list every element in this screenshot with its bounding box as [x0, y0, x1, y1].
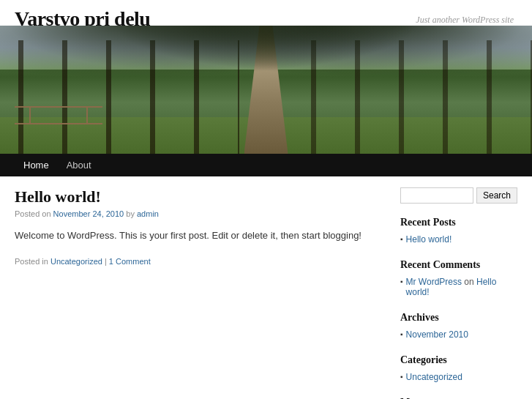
- archives-list: November 2010: [400, 328, 517, 341]
- search-input[interactable]: [400, 187, 473, 204]
- post-title: Hello world!: [15, 187, 378, 206]
- nav-item-about[interactable]: About: [58, 154, 100, 176]
- post-meta-by: by: [126, 209, 137, 218]
- recent-comments-list: Mr WordPress on Hello world!: [400, 275, 517, 299]
- post-category-link[interactable]: Uncategorized: [50, 257, 102, 266]
- nav-link-home[interactable]: Home: [15, 154, 58, 176]
- main-content: Hello world! Posted on November 24, 2010…: [0, 176, 532, 399]
- navigation: Home About: [0, 154, 532, 176]
- list-item: Uncategorized: [400, 370, 517, 384]
- list-item: Mr WordPress on Hello world!: [400, 275, 517, 299]
- search-widget: Search: [400, 187, 517, 204]
- archives-widget: Archives November 2010: [400, 312, 517, 341]
- search-button[interactable]: Search: [476, 187, 517, 204]
- header-image: [0, 26, 532, 154]
- list-item: November 2010: [400, 328, 517, 341]
- post-footer-prefix: Posted in: [15, 257, 48, 266]
- post-footer: Posted in Uncategorized | 1 Comment: [15, 257, 378, 266]
- post: Hello world! Posted on November 24, 2010…: [15, 187, 378, 266]
- categories-title: Categories: [400, 354, 517, 366]
- categories-list: Uncategorized: [400, 370, 517, 384]
- comment-author-link[interactable]: Mr WordPress: [406, 277, 462, 287]
- recent-posts-widget: Recent Posts Hello world!: [400, 217, 517, 246]
- list-item: Hello world!: [400, 233, 517, 246]
- comment-suffix: on: [464, 277, 476, 287]
- post-date-link[interactable]: November 24, 2010: [53, 209, 124, 218]
- nav-link-about[interactable]: About: [58, 154, 100, 176]
- post-meta: Posted on November 24, 2010 by admin: [15, 209, 378, 218]
- nav-item-home[interactable]: Home: [15, 154, 58, 176]
- recent-comments-widget: Recent Comments Mr WordPress on Hello wo…: [400, 259, 517, 299]
- sidebar: Search Recent Posts Hello world! Recent …: [400, 187, 517, 399]
- content-area: Hello world! Posted on November 24, 2010…: [15, 187, 400, 399]
- recent-posts-title: Recent Posts: [400, 217, 517, 228]
- archive-link[interactable]: November 2010: [406, 329, 468, 340]
- recent-comments-title: Recent Comments: [400, 259, 517, 271]
- post-comments-link[interactable]: 1 Comment: [109, 257, 151, 266]
- search-form: Search: [400, 187, 517, 204]
- categories-widget: Categories Uncategorized: [400, 354, 517, 384]
- recent-posts-list: Hello world!: [400, 233, 517, 246]
- post-meta-prefix: Posted on: [15, 209, 51, 218]
- post-author-link[interactable]: admin: [137, 209, 159, 218]
- recent-post-link[interactable]: Hello world!: [406, 234, 452, 245]
- post-body: Welcome to WordPress. This is your first…: [15, 228, 378, 244]
- category-link[interactable]: Uncategorized: [406, 372, 462, 382]
- archives-title: Archives: [400, 312, 517, 324]
